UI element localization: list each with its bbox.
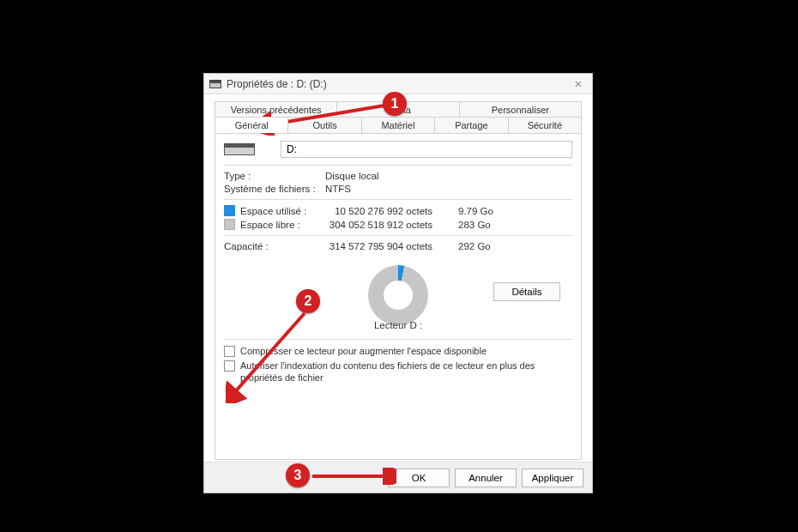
type-label: Type : bbox=[224, 171, 325, 181]
free-label: Espace libre : bbox=[240, 220, 325, 230]
tab-strip: Versions précédentes Quota Personnaliser… bbox=[215, 101, 582, 133]
tab-previous-versions[interactable]: Versions précédentes bbox=[215, 101, 337, 118]
used-swatch-icon bbox=[224, 205, 235, 216]
free-bytes: 304 052 518 912 octets bbox=[325, 220, 458, 230]
used-bytes: 10 520 276 992 octets bbox=[325, 206, 458, 216]
free-human: 283 Go bbox=[458, 220, 510, 230]
index-checkbox[interactable] bbox=[224, 360, 235, 372]
tab-panel-general: Type : Disque local Système de fichiers … bbox=[215, 133, 582, 460]
apply-button[interactable]: Appliquer bbox=[522, 469, 583, 487]
index-label: Autoriser l'indexation du contenu des fi… bbox=[240, 360, 572, 384]
ok-button[interactable]: OK bbox=[388, 469, 450, 487]
dialog-footer: OK Annuler Appliquer bbox=[204, 462, 592, 493]
capacity-human: 292 Go bbox=[458, 241, 510, 251]
tab-quota[interactable]: Quota bbox=[337, 101, 459, 118]
filesystem-value: NTFS bbox=[325, 184, 351, 194]
cancel-button[interactable]: Annuler bbox=[455, 469, 517, 487]
usage-pie-chart bbox=[368, 265, 428, 325]
tab-sharing[interactable]: Partage bbox=[435, 117, 508, 133]
tab-tools[interactable]: Outils bbox=[288, 117, 361, 133]
capacity-bytes: 314 572 795 904 octets bbox=[325, 241, 458, 251]
type-value: Disque local bbox=[325, 171, 379, 181]
drive-large-icon bbox=[224, 143, 255, 155]
properties-dialog: Propriétés de : D: (D:) × Versions précé… bbox=[203, 73, 593, 493]
filesystem-label: Système de fichiers : bbox=[224, 184, 325, 194]
tab-security[interactable]: Sécurité bbox=[509, 117, 582, 133]
compress-checkbox[interactable] bbox=[224, 346, 235, 357]
tab-general[interactable]: Général bbox=[215, 117, 288, 133]
tab-hardware[interactable]: Matériel bbox=[362, 117, 435, 133]
free-swatch-icon bbox=[224, 219, 235, 230]
drive-icon bbox=[209, 80, 221, 88]
used-human: 9.79 Go bbox=[458, 206, 510, 216]
tab-customize[interactable]: Personnaliser bbox=[460, 101, 582, 118]
window-title: Propriétés de : D: (D:) bbox=[227, 78, 327, 90]
capacity-label: Capacité : bbox=[224, 241, 325, 251]
details-button[interactable]: Détails bbox=[493, 282, 560, 301]
drive-name-input[interactable] bbox=[281, 141, 572, 158]
titlebar: Propriétés de : D: (D:) × bbox=[204, 74, 592, 94]
compress-label: Compresser ce lecteur pour augmenter l'e… bbox=[240, 345, 487, 357]
close-icon[interactable]: × bbox=[570, 76, 587, 91]
drive-letter-label: Lecteur D : bbox=[374, 320, 422, 330]
used-label: Espace utilisé : bbox=[240, 206, 325, 216]
